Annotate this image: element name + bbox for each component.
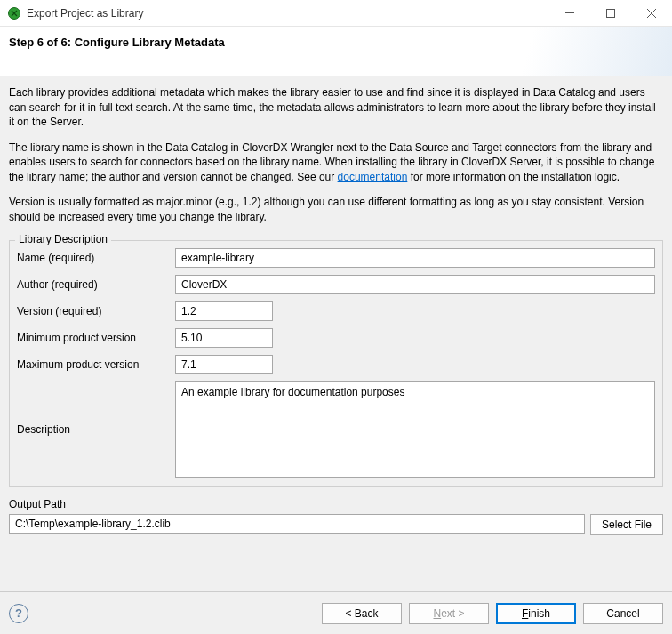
window-title: Export Project as Library [27,7,143,20]
step-title: Step 6 of 6: Configure Library Metadata [9,36,661,49]
name-input[interactable] [175,248,655,268]
intro-text: Each library provides additional metadat… [9,85,663,235]
author-input[interactable] [175,275,655,294]
maximize-button[interactable] [590,0,631,27]
wizard-header: Step 6 of 6: Configure Library Metadata [0,27,672,76]
documentation-link[interactable]: documentation [338,171,408,183]
back-button[interactable]: < Back [322,603,402,624]
titlebar: Export Project as Library [0,0,672,27]
svg-rect-1 [565,12,574,13]
description-textarea[interactable] [175,381,655,478]
library-description-group: Library Description Name (required) Auth… [9,240,663,487]
output-path-input[interactable] [9,514,585,534]
intro-p2-part-b: for more information on the installation… [407,171,620,183]
output-path-label: Output Path [9,498,663,510]
cancel-button[interactable]: Cancel [583,603,663,624]
name-label: Name (required) [17,252,170,264]
max-version-input[interactable] [175,355,273,374]
output-path-section: Output Path Select File [9,498,663,535]
min-version-label: Minimum product version [17,332,170,344]
finish-button[interactable]: Finish [496,603,576,624]
max-version-label: Maximum product version [17,358,170,371]
content-area: Each library provides additional metadat… [0,76,672,591]
min-version-input[interactable] [175,328,273,348]
intro-paragraph-3: Version is usually formatted as major.mi… [9,195,663,224]
description-label: Description [17,423,170,436]
next-button: Next > [409,603,489,624]
version-input[interactable] [175,301,273,321]
select-file-button[interactable]: Select File [590,514,663,535]
library-description-legend: Library Description [15,233,111,245]
minimize-button[interactable] [549,0,590,27]
help-icon[interactable]: ? [9,604,28,623]
svg-rect-2 [607,9,615,17]
intro-paragraph-2: The library name is shown in the Data Ca… [9,140,663,185]
author-label: Author (required) [17,278,170,291]
close-button[interactable] [631,0,672,27]
wizard-footer: ? < Back Next > Finish Cancel [0,591,672,634]
app-icon [7,6,21,20]
intro-paragraph-1: Each library provides additional metadat… [9,85,663,130]
version-label: Version (required) [17,305,170,317]
